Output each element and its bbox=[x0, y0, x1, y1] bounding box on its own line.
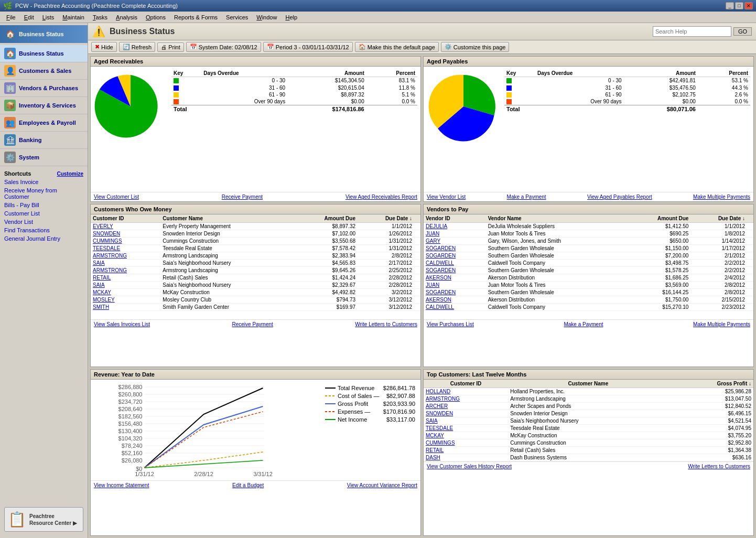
vendor-id-link[interactable]: SOGARDEN bbox=[424, 267, 486, 274]
customer-id-link[interactable]: ARMSTRONG bbox=[91, 267, 160, 274]
customer-owe-row: MOSLEY Mosley Country Club $794.73 3/12/… bbox=[91, 296, 420, 304]
vendor-id-link[interactable]: JUAN bbox=[424, 282, 486, 289]
shortcut-find-transactions[interactable]: Find Transactions bbox=[0, 226, 88, 234]
customers-owe-title: Customers Who Owe Money bbox=[91, 205, 420, 214]
view-aged-receivables-link[interactable]: View Aged Receivables Report bbox=[345, 194, 417, 200]
top-customer-id-link[interactable]: ARCHER bbox=[424, 402, 508, 410]
vendor-id-link[interactable]: SOGARDEN bbox=[424, 245, 486, 252]
sidebar-item-vendors[interactable]: 🏢 Vendors & Purchases bbox=[0, 80, 88, 97]
vendor-id-link[interactable]: AKERSON bbox=[424, 296, 486, 304]
view-customer-list-link[interactable]: View Customer List bbox=[94, 194, 139, 200]
top-customer-id-link[interactable]: RETAIL bbox=[424, 446, 508, 454]
top-customer-id-link[interactable]: MCKAY bbox=[424, 432, 508, 439]
aged-receivables-table: Key Days Overdue Amount Percent 0 - 30 $… bbox=[171, 70, 417, 189]
menu-edit[interactable]: Edit bbox=[20, 13, 38, 21]
top-customer-id-link[interactable]: SNOWDEN bbox=[424, 410, 508, 417]
view-vendor-list-link[interactable]: View Vendor List bbox=[427, 194, 466, 200]
make-payment-link[interactable]: Make a Payment bbox=[507, 194, 546, 200]
menu-tasks[interactable]: Tasks bbox=[89, 13, 112, 21]
make-multiple-payments2-link[interactable]: Make Multiple Payments bbox=[693, 321, 750, 327]
vendor-id-link[interactable]: CALDWELL bbox=[424, 304, 486, 311]
view-customer-history-link[interactable]: View Customer Sales History Report bbox=[427, 464, 512, 469]
restore-btn[interactable]: □ bbox=[735, 2, 743, 9]
vendor-id-link[interactable]: AKERSON bbox=[424, 274, 486, 282]
sidebar-item-inventory[interactable]: 📦 Inventory & Services bbox=[0, 97, 88, 114]
receive-payment2-link[interactable]: Receive Payment bbox=[232, 321, 273, 327]
top-customer-id-link[interactable]: HOLLAND bbox=[424, 388, 508, 395]
make-payment2-link[interactable]: Make a Payment bbox=[564, 321, 603, 327]
top-customer-id-link[interactable]: ARMSTRONG bbox=[424, 395, 508, 402]
receive-payment-link[interactable]: Receive Payment bbox=[222, 194, 263, 200]
customer-id-link[interactable]: CUMMINGS bbox=[91, 238, 160, 245]
svg-text:$234,720: $234,720 bbox=[118, 399, 143, 405]
top-customer-row: CUMMINGS Cummings Construction $2,952.80 bbox=[424, 439, 753, 446]
write-letters-customers-link[interactable]: Write Letters to Customers bbox=[688, 464, 750, 469]
customer-id-link[interactable]: TEESDALE bbox=[91, 245, 160, 252]
vendor-id-link[interactable]: SOGARDEN bbox=[424, 289, 486, 296]
top-customer-id-link[interactable]: CUMMINGS bbox=[424, 439, 508, 446]
print-button[interactable]: 🖨 Print bbox=[157, 42, 184, 52]
vendor-id-link[interactable]: DEJULIA bbox=[424, 223, 486, 230]
vendors-pay-panel: Vendors to Pay Vendor ID Vendor Name Amo… bbox=[423, 204, 754, 367]
refresh-button[interactable]: 🔄 Refresh bbox=[119, 42, 156, 52]
sidebar-item-system[interactable]: ⚙️ System bbox=[0, 149, 88, 166]
view-aged-payables-link[interactable]: View Aged Payables Report bbox=[587, 194, 652, 200]
sidebar-item-business-status[interactable]: 🏠 Business Status bbox=[0, 45, 88, 62]
view-account-variance-link[interactable]: View Account Variance Report bbox=[347, 482, 417, 488]
customer-id-link[interactable]: RETAIL bbox=[91, 274, 160, 282]
search-input[interactable] bbox=[653, 26, 731, 37]
menu-file[interactable]: File bbox=[2, 13, 20, 21]
shortcut-sales-invoice[interactable]: Sales Invoice bbox=[0, 178, 88, 186]
legend-value-cos: $82,907.88 bbox=[386, 393, 415, 399]
shortcut-vendor-list[interactable]: Vendor List bbox=[0, 218, 88, 226]
top-customer-id-link[interactable]: DASH bbox=[424, 454, 508, 461]
period-button[interactable]: 📅 Period 3 - 03/01/11-03/31/12 bbox=[263, 42, 353, 52]
view-sales-invoices-link[interactable]: View Sales Invoices List bbox=[94, 321, 150, 327]
top-customer-id-link[interactable]: SAIA bbox=[424, 417, 508, 424]
top-customer-id-link[interactable]: TEESDALE bbox=[424, 424, 508, 432]
customer-id-link[interactable]: EVERLY bbox=[91, 223, 160, 230]
menu-reports[interactable]: Reports & Forms bbox=[170, 13, 222, 21]
menu-maintain[interactable]: Maintain bbox=[58, 13, 89, 21]
shortcut-receive-money[interactable]: Receive Money from Customer bbox=[0, 186, 88, 201]
customer-id-link[interactable]: MCKAY bbox=[91, 289, 160, 296]
shortcut-general-journal[interactable]: General Journal Entry bbox=[0, 234, 88, 243]
vendor-id-link[interactable]: CALDWELL bbox=[424, 260, 486, 267]
menu-lists[interactable]: Lists bbox=[38, 13, 59, 21]
hide-button[interactable]: ✖ Hide bbox=[91, 42, 117, 52]
search-go-button[interactable]: GO bbox=[733, 27, 752, 36]
legend-label-total: Total Revenue bbox=[338, 385, 374, 391]
menu-analysis[interactable]: Analysis bbox=[112, 13, 142, 21]
legend-label-exp: Expenses — bbox=[338, 408, 370, 415]
vendor-id-link[interactable]: SOGARDEN bbox=[424, 252, 486, 260]
resource-center[interactable]: 📋 PeachtreeResource Center ▶ bbox=[4, 507, 83, 532]
make-multiple-payments-link[interactable]: Make Multiple Payments bbox=[693, 194, 750, 200]
minimize-btn[interactable]: _ bbox=[726, 2, 734, 9]
customer-id-link[interactable]: SAIA bbox=[91, 282, 160, 289]
menu-services[interactable]: Services bbox=[222, 13, 252, 21]
customer-id-link[interactable]: MOSLEY bbox=[91, 296, 160, 304]
customize-page-button[interactable]: ⚙️ Customize this page bbox=[441, 42, 510, 52]
top-customers-panel: Top Customers: Last Twelve Months Custom… bbox=[423, 369, 754, 536]
svg-text:$208,640: $208,640 bbox=[118, 406, 143, 412]
close-btn[interactable]: ✕ bbox=[744, 2, 753, 9]
shortcut-customer-list[interactable]: Customer List bbox=[0, 209, 88, 218]
sidebar-item-employees[interactable]: 👥 Employees & Payroll bbox=[0, 114, 88, 132]
customize-shortcuts[interactable]: Customize bbox=[57, 171, 83, 177]
vendor-id-link[interactable]: GARY bbox=[424, 238, 486, 245]
default-page-button[interactable]: 🏠 Make this the default page bbox=[355, 42, 439, 52]
customer-id-link[interactable]: SMITH bbox=[91, 304, 160, 311]
menu-window[interactable]: Window bbox=[252, 13, 281, 21]
menu-options[interactable]: Options bbox=[142, 13, 170, 21]
menu-help[interactable]: Help bbox=[281, 13, 301, 21]
vendor-id-link[interactable]: JUAN bbox=[424, 230, 486, 238]
customer-id-link[interactable]: SAIA bbox=[91, 260, 160, 267]
sidebar-item-banking[interactable]: 🏦 Banking bbox=[0, 132, 88, 149]
view-purchases-link[interactable]: View Purchases List bbox=[427, 321, 474, 327]
customer-id-link[interactable]: ARMSTRONG bbox=[91, 252, 160, 260]
sidebar-item-customers[interactable]: 👤 Customers & Sales bbox=[0, 62, 88, 80]
write-letters-link[interactable]: Write Letters to Customers bbox=[355, 321, 417, 327]
shortcut-bills[interactable]: Bills - Pay Bill bbox=[0, 201, 88, 209]
system-date-button[interactable]: 📅 System Date: 02/08/12 bbox=[186, 42, 261, 52]
customer-id-link[interactable]: SNOWDEN bbox=[91, 230, 160, 238]
